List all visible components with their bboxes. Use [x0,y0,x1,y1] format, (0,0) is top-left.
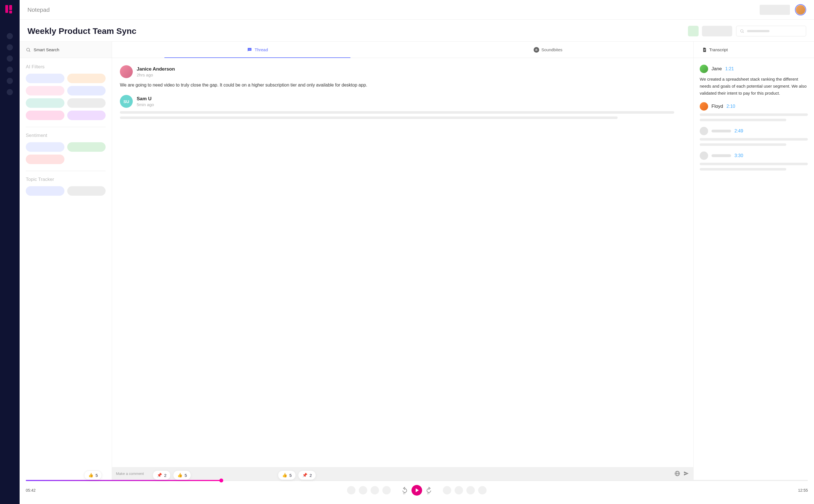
svg-point-2 [27,48,30,51]
ai-filter-chip[interactable] [26,111,64,120]
header-search[interactable] [736,26,806,36]
page-title: Weekly Product Team Sync [27,26,136,36]
reaction-chip-thumb[interactable]: 👍 5 [278,470,296,480]
duration-time: 12:55 [798,488,808,493]
reaction-chip-thumb[interactable]: 👍 5 [173,470,191,480]
right-tabs: Transcript [694,42,814,58]
ai-filter-chip[interactable] [67,86,106,95]
ai-filter-chip[interactable] [26,74,64,83]
header-action-placeholder[interactable] [702,26,732,36]
reaction-chip-pin[interactable]: 📌 2 [153,470,171,480]
tab-transcript-label: Transcript [709,47,728,52]
player-control-placeholder[interactable] [455,486,463,494]
skip-back-button[interactable]: 15 [401,487,408,494]
user-avatar[interactable] [795,4,806,15]
sentiment-chip[interactable] [26,155,64,164]
svg-line-3 [29,51,30,52]
player-control-placeholder[interactable] [478,486,487,494]
transcript-avatar [700,65,708,73]
smart-search-label: Smart Search [34,47,59,52]
sentiment-chip[interactable] [67,142,106,152]
ai-filter-chip[interactable] [67,111,106,120]
sentiment-chip[interactable] [26,142,64,152]
tab-soundbites-label: Soundbites [542,47,563,52]
section-title: Notepad [27,6,50,13]
player-control-placeholder[interactable] [347,486,355,494]
thread-body: Janice Anderson2hrs agoWe are going to n… [112,58,693,467]
globe-icon[interactable] [674,470,680,477]
player-control-placeholder[interactable] [467,486,475,494]
ai-filters-label: AI Filters [26,64,106,70]
tab-thread[interactable]: Thread [112,42,403,58]
nav-item-2[interactable] [7,44,13,50]
post-timestamp: 5min ago [137,102,154,107]
transcript-avatar [700,151,708,160]
svg-line-1 [743,32,744,33]
pin-icon: 📌 [157,473,162,478]
transcript-entry: 2:49 [700,127,808,146]
ai-filter-chip[interactable] [67,98,106,108]
player-control-placeholder[interactable] [443,486,451,494]
player-control-placeholder[interactable] [382,486,391,494]
player-control-placeholder[interactable] [370,486,379,494]
ai-filter-chip[interactable] [67,74,106,83]
transcript-timestamp[interactable]: 1:21 [725,66,734,71]
svg-point-5 [249,49,250,50]
transcript-timestamp[interactable]: 2:10 [727,104,735,109]
transcript-timestamp[interactable]: 3:30 [734,153,743,158]
tab-soundbites[interactable]: ılı Soundbites [403,42,694,58]
nav-item-3[interactable] [7,55,13,62]
content-area: Smart Search AI Filters Sentiment Topic … [20,42,814,480]
nav-item-1[interactable] [7,33,13,39]
svg-rect-10 [704,49,706,49]
smart-search[interactable]: Smart Search [20,42,112,58]
app-logo[interactable] [5,5,14,14]
transcript-entry: Floyd2:10 [700,102,808,121]
center-tabs: Thread ılı Soundbites [112,42,693,58]
thread-post: SUSam U5min ago [120,95,685,119]
progress-track[interactable] [26,480,808,481]
topbar: Notepad [20,0,814,20]
ai-filter-chip[interactable] [26,86,64,95]
post-text: We are going to need video to truly clos… [120,81,685,89]
transcript-entry: Jane1:21We created a spreadsheet stack r… [700,65,808,97]
topic-chip[interactable] [67,186,106,196]
comment-placeholder: Make a comment [116,472,144,476]
reaction-chip-pin[interactable]: 📌 2 [298,470,316,480]
send-icon[interactable] [683,470,689,477]
tab-transcript[interactable]: Transcript [700,42,730,58]
sidebar [0,0,20,504]
nav-item-4[interactable] [7,67,13,73]
skip-forward-button[interactable]: 15 [426,487,432,494]
post-avatar[interactable] [120,65,133,78]
transcript-avatar [700,127,708,135]
reaction-chip-thumb[interactable]: 👍 5 [84,470,102,480]
svg-point-6 [250,49,251,50]
post-author: Sam U [137,96,154,102]
player-control-placeholder[interactable] [359,486,367,494]
thumbs-up-icon: 👍 [177,473,183,478]
transcript-text: We created a spreadsheet stack ranking t… [700,76,808,97]
nav-item-6[interactable] [7,89,13,95]
soundwave-icon: ılı [534,47,539,53]
topic-chip[interactable] [26,186,64,196]
header-status-chip[interactable] [688,26,699,36]
play-button[interactable] [412,485,422,496]
nav-item-5[interactable] [7,78,13,84]
current-time: 05:42 [26,488,36,493]
thumbs-up-icon: 👍 [88,473,94,478]
post-author: Janice Anderson [137,66,175,72]
progress-handle[interactable] [26,480,221,481]
search-icon [26,47,31,52]
svg-rect-12 [704,50,705,51]
center-panel: Thread ılı Soundbites Janice Anderson2hr… [112,42,694,480]
topbar-action-placeholder[interactable] [760,5,790,15]
post-avatar[interactable]: SU [120,95,133,108]
comment-input-bar[interactable]: Make a comment [112,467,693,480]
topic-tracker-label: Topic Tracker [26,177,106,182]
speech-bubble-icon [247,47,252,53]
transcript-timestamp[interactable]: 2:49 [734,129,743,134]
transcript-avatar [700,102,708,111]
ai-filter-chip[interactable] [26,98,64,108]
transcript-body: Jane1:21We created a spreadsheet stack r… [694,58,814,480]
